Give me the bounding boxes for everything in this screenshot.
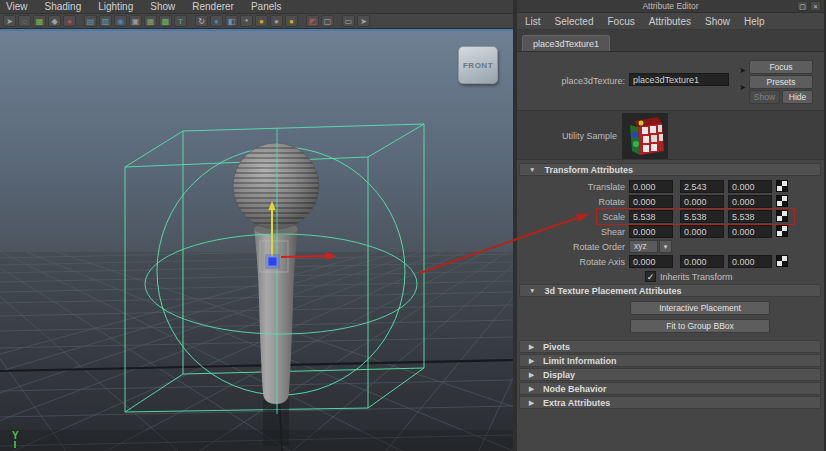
section-limit-information[interactable]: ▶ Limit Information	[519, 354, 821, 367]
scale-y-field[interactable]	[680, 210, 724, 223]
select-output-icon[interactable]: ➤	[735, 83, 750, 94]
interactive-placement-button[interactable]: Interactive Placement	[630, 301, 770, 315]
shear-z-field[interactable]	[728, 225, 772, 238]
grid-green-icon[interactable]: ▦	[33, 15, 46, 27]
rotate-order-select[interactable]: xyz	[629, 240, 658, 253]
menu-help[interactable]: Help	[744, 16, 765, 27]
map-checker-icon[interactable]	[776, 255, 788, 267]
burst-icon[interactable]: *	[240, 15, 253, 27]
gate-mask-icon[interactable]: ▣	[129, 15, 142, 27]
translate-z-field[interactable]	[728, 180, 772, 193]
camera-orbit-icon[interactable]: ↻	[195, 15, 208, 27]
expand-arrow-icon: ▶	[529, 357, 534, 365]
menu-list[interactable]: List	[525, 16, 541, 27]
node-type-label: place3dTexture:	[517, 76, 625, 86]
tab-place3dtexture1[interactable]: place3dTexture1	[522, 35, 610, 51]
restore-window-icon[interactable]: ▢	[797, 1, 808, 11]
menu-view[interactable]: View	[6, 1, 28, 12]
light-yellow-icon[interactable]: ●	[255, 15, 268, 27]
hide-button[interactable]: Hide	[782, 90, 813, 104]
view-cube[interactable]: FRONT	[458, 46, 498, 84]
arrow-vector-icon[interactable]: ➤	[357, 15, 370, 27]
map-checker-icon[interactable]	[776, 225, 788, 237]
rotate-x-field[interactable]	[629, 195, 673, 208]
safe-title-icon[interactable]: T	[174, 15, 187, 27]
translate-y-field[interactable]	[680, 180, 724, 193]
light-gray-icon[interactable]: ●	[270, 15, 283, 27]
map-checker-icon[interactable]	[776, 180, 788, 192]
section-node-behavior[interactable]: ▶ Node Behavior	[519, 382, 821, 395]
menu-renderer[interactable]: Renderer	[192, 1, 234, 12]
node-name-input[interactable]	[629, 73, 729, 86]
cube-outline-icon[interactable]: ▢	[321, 15, 334, 27]
plugin-icon[interactable]: ◩	[306, 15, 319, 27]
section-display[interactable]: ▶ Display	[519, 368, 821, 381]
translate-x-field[interactable]	[629, 180, 673, 193]
section-title: Node Behavior	[543, 384, 607, 394]
map-checker-icon[interactable]	[776, 195, 788, 207]
presets-button[interactable]: Presets	[749, 75, 813, 89]
menu-attributes[interactable]: Attributes	[649, 16, 691, 27]
swap-node-icon[interactable]: ➤	[735, 66, 750, 77]
rotate-axis-y-field[interactable]	[680, 255, 724, 268]
shear-x-field[interactable]	[629, 225, 673, 238]
shear-label: Shear	[517, 227, 625, 237]
section-title: Extra Attributes	[543, 398, 610, 408]
red-marker-icon[interactable]: ●	[63, 15, 76, 27]
section-transform-attributes[interactable]: ▼ Transform Attributes	[519, 163, 821, 176]
rotate-z-field[interactable]	[728, 195, 772, 208]
scale-label: Scale	[517, 212, 625, 222]
texture-sample-swatch[interactable]	[622, 113, 668, 159]
resolution-gate-icon[interactable]: ◉	[114, 15, 127, 27]
attribute-editor-panel: Attribute Editor ▢ × List Selected Focus…	[513, 0, 826, 451]
menu-show[interactable]: Show	[150, 1, 175, 12]
inherits-transform-checkbox[interactable]: ✓	[645, 271, 656, 282]
section-pivots[interactable]: ▶ Pivots	[519, 340, 821, 353]
attribute-editor-tabrow: place3dTexture1	[517, 30, 824, 52]
shear-y-field[interactable]	[680, 225, 724, 238]
film-gate-icon[interactable]: ▥	[99, 15, 112, 27]
section-3d-texture-placement[interactable]: ▼ 3d Texture Placement Attributes	[519, 284, 821, 297]
focus-button[interactable]: Focus	[749, 60, 813, 74]
section-title: Transform Attributes	[544, 165, 633, 175]
select-arrow-icon[interactable]: ➤	[3, 15, 16, 27]
rotate-axis-x-field[interactable]	[629, 255, 673, 268]
rotate-axis-z-field[interactable]	[728, 255, 772, 268]
chevron-down-icon[interactable]: ▾	[659, 240, 672, 253]
joint-icon[interactable]: ◆	[48, 15, 61, 27]
fit-to-group-bbox-button[interactable]: Fit to Group BBox	[630, 319, 770, 333]
viewport-canvas[interactable]: FRONT Y	[0, 29, 513, 451]
maya-window: View Shading Lighting Show Renderer Pane…	[0, 0, 826, 451]
menu-focus[interactable]: Focus	[607, 16, 634, 27]
lasso-icon[interactable]: ◌	[18, 15, 31, 27]
cube-blue-icon[interactable]: ◧	[225, 15, 238, 27]
menu-shading[interactable]: Shading	[45, 1, 82, 12]
viewport-menubar: View Shading Lighting Show Renderer Pane…	[0, 0, 513, 14]
light-yellow2-icon[interactable]: ●	[285, 15, 298, 27]
section-extra-attributes[interactable]: ▶ Extra Attributes	[519, 396, 821, 409]
attribute-editor-content: place3dTexture: ➤ ➤ Focus Presets Show H…	[517, 52, 824, 450]
attribute-editor-titlebar[interactable]: Attribute Editor ▢ ×	[517, 0, 824, 13]
rotate-axis-row: Rotate Axis	[517, 255, 824, 269]
expand-arrow-icon: ▶	[529, 385, 534, 393]
viewport-toolbar: ➤◌▦◆●▤▥◉▣▦▩T↻●◧*●●●◩▢▭➤	[0, 14, 513, 29]
clapboard-icon[interactable]: ▭	[342, 15, 355, 27]
field-chart-icon[interactable]: ▦	[144, 15, 157, 27]
map-checker-icon[interactable]	[776, 210, 788, 222]
viewport-panel: View Shading Lighting Show Renderer Pane…	[0, 0, 513, 451]
scale-x-field[interactable]	[629, 210, 673, 223]
menu-lighting[interactable]: Lighting	[98, 1, 133, 12]
scale-z-field[interactable]	[728, 210, 772, 223]
close-window-icon[interactable]: ×	[810, 1, 821, 11]
show-button[interactable]: Show	[749, 90, 780, 104]
sphere-blue-icon[interactable]: ●	[210, 15, 223, 27]
rotate-order-row: Rotate Order xyz ▾	[517, 240, 824, 254]
expand-arrow-icon: ▶	[529, 371, 534, 379]
menu-selected[interactable]: Selected	[555, 16, 594, 27]
safe-action-icon[interactable]: ▩	[159, 15, 172, 27]
menu-panels[interactable]: Panels	[251, 1, 282, 12]
rotate-y-field[interactable]	[680, 195, 724, 208]
isolate-select-icon[interactable]: ▤	[84, 15, 97, 27]
expand-arrow-icon: ▶	[529, 399, 534, 407]
menu-show-ae[interactable]: Show	[705, 16, 730, 27]
